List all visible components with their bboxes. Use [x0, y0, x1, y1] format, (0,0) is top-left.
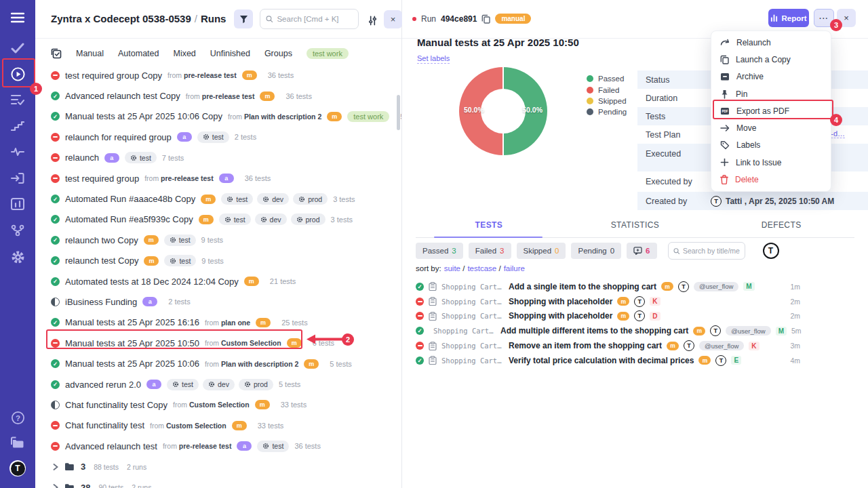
select-all-icon[interactable]	[51, 48, 62, 59]
menu-item-archive[interactable]: Archive	[711, 68, 831, 85]
settings-gear-icon[interactable]	[9, 249, 26, 265]
run-list-item[interactable]: Manual tests at 25 Apr 2025 10:06 Copy f…	[35, 106, 401, 127]
run-filter-tab[interactable]: Groups	[264, 49, 292, 58]
menu-item-relaunch[interactable]: Relaunch	[711, 34, 831, 51]
view-settings-icon[interactable]	[365, 13, 380, 28]
help-icon[interactable]: ?	[9, 409, 26, 426]
run-list-item[interactable]: iBusiness Funding from a 2 tests	[35, 291, 401, 312]
user-avatar[interactable]: T	[9, 460, 26, 476]
run-test-count: 36 tests	[268, 71, 294, 79]
status-filter-chip[interactable]: Pending 0	[571, 243, 621, 259]
milestone-badge: E	[731, 356, 741, 365]
run-from-plan: from Custom Selection	[205, 339, 281, 347]
report-button[interactable]: Report	[768, 9, 809, 27]
run-list-item[interactable]: relaunch from a test 7 tests	[35, 148, 401, 168]
run-list-item[interactable]: relaunch two Copy from m test 9 tests	[35, 230, 401, 250]
menu-item-labels[interactable]: Labels	[711, 137, 831, 154]
run-list-item[interactable]: Automated Run #ea5f939c Copy from m test…	[35, 209, 401, 230]
run-test-count: 36 tests	[285, 92, 312, 100]
menu-item-pin[interactable]: Pin	[711, 85, 831, 102]
more-actions-button[interactable]: ···	[814, 9, 834, 27]
test-case-row[interactable]: Shopping Cart… Shopping with placeholder…	[416, 309, 868, 324]
test-duration: 2m	[790, 298, 800, 306]
tests-search-input[interactable]	[683, 247, 740, 255]
status-filter-chip[interactable]: Passed 3	[416, 243, 463, 259]
chevron-right-icon[interactable]	[53, 484, 58, 488]
close-panel-button[interactable]: ×	[384, 10, 402, 28]
run-filter-tab[interactable]: Automated	[118, 49, 159, 58]
run-mode-badge: a	[219, 174, 234, 183]
tab-defects[interactable]: DEFECTS	[708, 220, 854, 237]
activity-pulse-icon[interactable]	[9, 144, 26, 160]
comments-filter-chip[interactable]: 6	[627, 243, 656, 259]
run-from-plan: from plan one	[205, 319, 250, 327]
runs-rows: test required group Copy from pre-releas…	[35, 65, 401, 456]
run-list-item[interactable]: Manual tests at 25 Apr 2025 10:50 from C…	[35, 333, 401, 353]
search-input[interactable]	[277, 15, 353, 23]
run-mode-badge: m	[255, 400, 270, 409]
run-title: Manual tests at 25 Apr 2025 16:16	[65, 317, 199, 327]
search-icon	[266, 15, 273, 23]
set-labels-link[interactable]: Set labels	[417, 54, 450, 64]
sort-link[interactable]: suite	[444, 264, 465, 272]
run-list-item[interactable]: Chat functinality test Copy from Custom …	[35, 394, 401, 415]
run-list-item[interactable]: relaunch test Copy from m test 9 tests	[35, 251, 401, 271]
run-list-item[interactable]: Manual tests at 25 Apr 2025 16:16 from p…	[35, 312, 401, 333]
menu-item-link-issue[interactable]: Link to Issue	[711, 154, 831, 171]
test-duration: 2m	[790, 312, 800, 320]
test-plans-icon[interactable]	[9, 92, 26, 108]
import-icon[interactable]	[9, 170, 26, 186]
project-name[interactable]: Zyntra x Codecept 0538-0539	[51, 13, 191, 24]
menu-item-move[interactable]: Move	[711, 119, 831, 136]
filter-button[interactable]	[234, 9, 253, 28]
run-list-item[interactable]: Manual tests at 25 Apr 2025 10:06 from P…	[35, 353, 401, 373]
assignee-filter-avatar[interactable]: T	[763, 243, 779, 259]
menu-item-export-pdf[interactable]: PDF Export as PDF	[711, 102, 831, 119]
tab-tests[interactable]: TESTS	[416, 220, 562, 237]
reports-chart-icon[interactable]	[9, 196, 26, 212]
sort-link[interactable]: failure	[504, 264, 525, 272]
menu-item-launch-copy[interactable]: Launch a Copy	[711, 51, 831, 68]
run-list-item[interactable]: Advanced relaunch test Copy from pre-rel…	[35, 85, 401, 106]
projects-folder-icon[interactable]	[9, 434, 26, 451]
info-label: Executed	[646, 149, 711, 159]
active-label-filter[interactable]: test work	[307, 48, 349, 59]
run-list-item[interactable]: Automated tests at 18 Dec 2024 12:04 Cop…	[35, 271, 401, 291]
branches-icon[interactable]	[9, 222, 26, 239]
test-case-row[interactable]: Shopping Cart… Shopping with placeholder…	[416, 294, 868, 309]
run-list-item[interactable]: Automated Run #aaace48b Copy from m test…	[35, 188, 401, 209]
run-list-item[interactable]: test required group from pre-release tes…	[35, 168, 401, 188]
run-filter-tab[interactable]: Mixed	[173, 49, 195, 58]
hamburger-menu-icon[interactable]	[9, 9, 26, 26]
status-filter-chip[interactable]: Failed 3	[469, 243, 511, 259]
run-status-icon	[51, 442, 60, 451]
run-test-count: 9 tests	[201, 257, 223, 265]
run-test-count: 36 tests	[245, 174, 271, 182]
tab-statistics[interactable]: STATISTICS	[562, 220, 709, 237]
test-case-row[interactable]: Shopping Cart… Add a single item to the …	[416, 279, 868, 294]
sort-link[interactable]: testcase	[467, 264, 500, 272]
tests-check-icon[interactable]	[9, 40, 26, 56]
status-filter-chip[interactable]: Skipped 0	[517, 243, 566, 259]
test-case-row[interactable]: Shopping Cart… Add multiple different it…	[416, 323, 868, 338]
scrollbar-thumb[interactable]	[397, 95, 400, 130]
runs-play-icon[interactable]	[9, 66, 26, 82]
chevron-right-icon[interactable]	[53, 464, 58, 470]
run-list-item[interactable]: Chat functinality test from Custom Selec…	[35, 415, 401, 436]
run-list-item[interactable]: Advanced relaunch test from pre-release …	[35, 436, 401, 456]
gear-icon	[262, 196, 269, 203]
test-case-row[interactable]: Shopping Cart… Remove an item from the s…	[416, 338, 868, 353]
run-group-row[interactable]: 28 90 tests 2 runs	[35, 477, 401, 488]
close-details-button[interactable]: ×	[837, 9, 856, 27]
run-filter-tab[interactable]: Manual	[76, 49, 104, 58]
run-list-item[interactable]: test required group Copy from pre-releas…	[35, 65, 401, 85]
run-filter-tab[interactable]: Unfinished	[210, 49, 250, 58]
run-status-icon	[51, 401, 60, 409]
milestones-steps-icon[interactable]	[9, 118, 26, 134]
run-list-item[interactable]: relaunch for required group from a test …	[35, 127, 401, 147]
menu-item-delete[interactable]: Delete	[711, 171, 831, 188]
run-list-item[interactable]: advanced rerun 2.0 from a test dev prod …	[35, 374, 401, 394]
test-case-row[interactable]: Shopping Cart… Verify total price calcul…	[416, 353, 868, 368]
copy-icon[interactable]	[481, 14, 490, 24]
run-group-row[interactable]: 3 88 tests 2 runs	[35, 456, 401, 476]
